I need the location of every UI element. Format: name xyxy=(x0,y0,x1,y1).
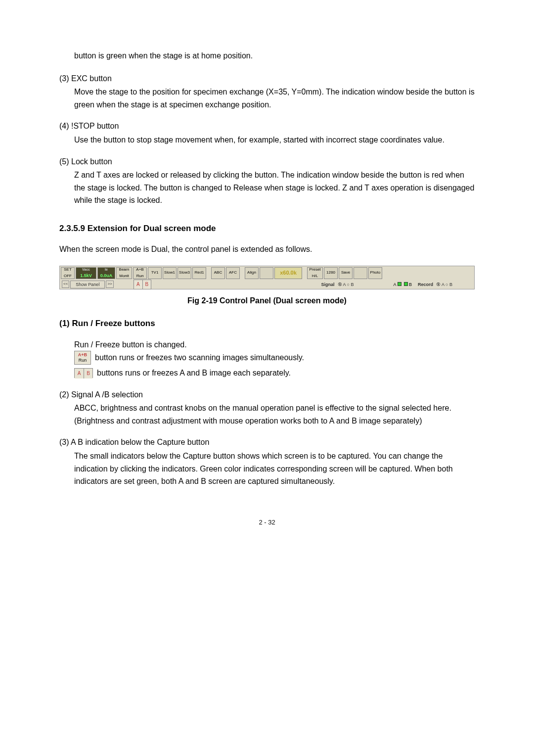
slow3-button: Slow3 xyxy=(178,267,191,279)
print-button xyxy=(354,267,367,279)
signal-label: Signal xyxy=(321,281,335,288)
resolution-button: 1280 xyxy=(324,267,338,279)
ab-run-icon: A+B Run xyxy=(74,351,91,365)
ab-run-button: A+B Run xyxy=(133,267,147,279)
abc-button: ABC xyxy=(211,267,225,279)
ab-toggle-small: A B xyxy=(134,280,151,289)
slow1-button: Slow1 xyxy=(163,267,177,279)
signal-ab-body2: (Brightness and contrast adjustment with… xyxy=(59,415,475,427)
red1-button: Red1 xyxy=(192,267,206,279)
stop-button-body: Use the button to stop stage movement wh… xyxy=(59,134,475,146)
preset-label: Preset xyxy=(309,267,320,273)
show-panel-button: Show Panel xyxy=(70,281,105,288)
stop-button-title: (4) !STOP button xyxy=(59,120,475,133)
figure-caption: Fig 2-19 Control Panel (Dual screen mode… xyxy=(59,294,475,307)
save-button: Save xyxy=(339,267,353,279)
vacc-display: Vacc 1.5kV xyxy=(76,267,96,279)
page-number: 2 - 32 xyxy=(59,518,475,528)
photo-label: Photo xyxy=(370,270,381,276)
slow1-label: Slow1 xyxy=(164,270,175,276)
magnification-display: x60.0k xyxy=(274,267,302,279)
beam-monit-button: Beam Monit xyxy=(116,267,132,279)
off-label: OFF xyxy=(64,273,72,280)
align-button: Align xyxy=(245,267,259,279)
ie-label: Ie xyxy=(105,267,108,272)
a-b-separate-icon: A B xyxy=(74,368,93,378)
section-heading-dual: 2.3.5.9 Extension for Dual screen mode xyxy=(59,222,475,235)
home-position-text: button is green when the stage is at hom… xyxy=(59,49,475,62)
exc-button-title: (3) EXC button xyxy=(59,72,475,85)
ab-icon-bottom: Run xyxy=(75,358,90,363)
dual-intro-text: When the screen mode is Dual, the contro… xyxy=(59,243,475,256)
afc-button: AFC xyxy=(226,267,240,279)
align-label: Align xyxy=(247,270,256,276)
beam-label: Beam xyxy=(119,267,130,273)
ab-indication-body: The small indicators below the Capture b… xyxy=(59,450,475,488)
signal-ab-body1: ABCC, brightness and contrast knobs on t… xyxy=(59,402,475,415)
red1-label: Red1 xyxy=(194,270,204,276)
exc-button-body: Move the stage to the position for speci… xyxy=(59,86,475,111)
lock-button-body: Z and T axes are locked or released by c… xyxy=(59,169,475,207)
ab-indication-title: (3) A B indication below the Capture but… xyxy=(59,436,475,449)
vacc-value: 1.5kV xyxy=(80,272,92,279)
slow3-label: Slow3 xyxy=(179,270,190,276)
ab-icon-top: A+B xyxy=(75,352,90,358)
control-panel-screenshot: SET OFF Vacc 1.5kV Ie 0.0uA Beam Monit A… xyxy=(59,266,475,289)
monit-label: Monit xyxy=(119,273,129,280)
a-half: A xyxy=(134,280,142,289)
run-freeze-line2: buttons runs or freezes A and B image ea… xyxy=(97,367,291,379)
abc-label: ABC xyxy=(214,270,222,276)
ab-label: A+B xyxy=(136,267,143,273)
b-icon: B xyxy=(84,369,92,378)
res-label: 1280 xyxy=(326,270,335,276)
record-label: Record xyxy=(418,281,433,288)
set-label: SET xyxy=(64,267,72,273)
save-label: Save xyxy=(341,270,350,276)
ie-value: 0.0uA xyxy=(100,272,113,279)
a-icon: A xyxy=(75,369,84,378)
monit-button xyxy=(260,267,273,279)
tv1-button: TV1 xyxy=(148,267,162,279)
run-freeze-line1: button runs or freezes two scanning imag… xyxy=(95,351,304,364)
run-freeze-heading: (1) Run / Freeze buttons xyxy=(59,317,475,330)
set-off-button: SET OFF xyxy=(61,267,75,279)
preset-hl-button: Preset H/L xyxy=(307,267,323,279)
afc-label: AFC xyxy=(229,270,237,276)
photo-button: Photo xyxy=(368,267,382,279)
run-freeze-changed: Run / Freeze button is changed. xyxy=(59,338,475,351)
tv1-label: TV1 xyxy=(151,270,159,276)
b-half: B xyxy=(142,280,151,289)
vacc-label: Vacc xyxy=(82,267,90,272)
hl-label: H/L xyxy=(312,273,318,280)
lock-button-title: (5) Lock button xyxy=(59,155,475,168)
run-label: Run xyxy=(136,273,144,280)
ie-display: Ie 0.0uA xyxy=(97,267,115,279)
signal-ab-title: (2) Signal A /B selection xyxy=(59,388,475,401)
